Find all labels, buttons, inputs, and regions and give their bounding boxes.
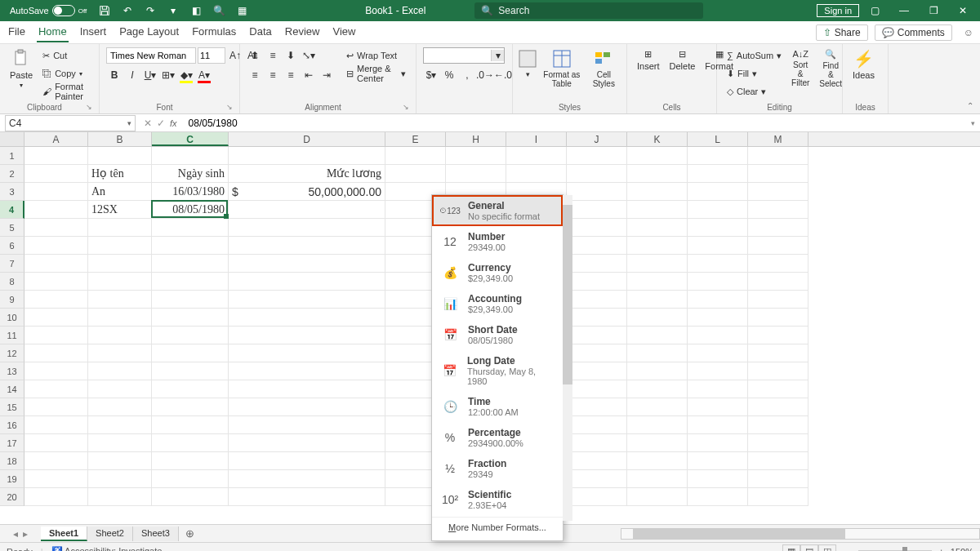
cell-A6[interactable] <box>24 237 88 255</box>
column-header-A[interactable]: A <box>24 132 88 146</box>
number-format-general[interactable]: ⏲123 GeneralNo specific format <box>432 195 563 226</box>
ribbon-display-icon[interactable]: ▢ <box>861 0 889 21</box>
percent-icon[interactable]: % <box>441 67 457 83</box>
cell-M16[interactable] <box>748 416 808 434</box>
cell-A14[interactable] <box>24 380 88 398</box>
currency-icon[interactable]: $▾ <box>423 67 439 83</box>
cell-D19[interactable] <box>229 470 385 488</box>
cell-J8[interactable] <box>567 273 627 291</box>
cell-A15[interactable] <box>24 398 88 416</box>
cell-M13[interactable] <box>748 362 808 380</box>
cell-B6[interactable] <box>88 237 152 255</box>
tab-home[interactable]: Home <box>37 22 69 42</box>
cell-C18[interactable] <box>152 452 229 470</box>
number-format-short-date[interactable]: 📅 Short Date08/05/1980 <box>432 319 563 350</box>
cell-J12[interactable] <box>567 344 627 362</box>
cell-L8[interactable] <box>688 273 748 291</box>
cell-C4[interactable]: 08/05/1980 <box>152 201 229 219</box>
font-name-select[interactable] <box>106 47 196 64</box>
copy-button[interactable]: ⿻Copy▾ <box>39 65 92 82</box>
qat-icon[interactable]: ▾ <box>163 1 183 20</box>
formula-input[interactable] <box>182 115 966 131</box>
row-header-19[interactable]: 19 <box>0 470 24 488</box>
cell-L11[interactable] <box>688 327 748 344</box>
orientation-icon[interactable]: ⤡▾ <box>301 47 317 64</box>
select-all-corner[interactable] <box>0 132 24 146</box>
cell-K7[interactable] <box>627 255 688 273</box>
cell-M19[interactable] <box>748 470 808 488</box>
cell-J5[interactable] <box>567 219 627 237</box>
cell-B19[interactable] <box>88 470 152 488</box>
cell-D9[interactable] <box>229 291 385 309</box>
tab-data[interactable]: Data <box>247 22 273 42</box>
format-painter-button[interactable]: 🖌Format Painter <box>39 83 92 100</box>
cell-C1[interactable] <box>152 147 229 165</box>
cell-B8[interactable] <box>88 273 152 291</box>
cell-K11[interactable] <box>627 327 688 344</box>
cell-C10[interactable] <box>152 309 229 327</box>
tab-insert[interactable]: Insert <box>78 22 109 42</box>
column-header-E[interactable]: E <box>385 132 446 146</box>
cell-A10[interactable] <box>24 309 88 327</box>
cell-L13[interactable] <box>688 362 748 380</box>
accessibility-status[interactable]: ♿ Accessibility: Investigate <box>51 546 163 551</box>
tab-page-layout[interactable]: Page Layout <box>118 22 180 42</box>
cell-J6[interactable] <box>567 237 627 255</box>
cell-K16[interactable] <box>627 416 688 434</box>
cell-K6[interactable] <box>627 237 688 255</box>
number-format-fraction[interactable]: ½ Fraction29349 <box>432 453 563 484</box>
cell-A13[interactable] <box>24 362 88 380</box>
cell-B15[interactable] <box>88 398 152 416</box>
cell-B13[interactable] <box>88 362 152 380</box>
cell-A8[interactable] <box>24 273 88 291</box>
column-header-L[interactable]: L <box>688 132 748 146</box>
cell-D13[interactable] <box>229 362 385 380</box>
autosum-button[interactable]: ∑AutoSum▾ <box>724 47 785 64</box>
cell-K19[interactable] <box>627 470 688 488</box>
cell-J1[interactable] <box>567 147 627 165</box>
cell-D20[interactable] <box>229 488 385 506</box>
cell-J13[interactable] <box>567 362 627 380</box>
clear-button[interactable]: ◇Clear▾ <box>724 83 785 100</box>
cell-L3[interactable] <box>688 183 748 201</box>
cell-C14[interactable] <box>152 380 229 398</box>
search-box[interactable]: 🔍 Search <box>474 2 703 19</box>
cell-K3[interactable] <box>627 183 688 201</box>
sheet-nav-next-icon[interactable]: ▸ <box>23 528 28 540</box>
more-number-formats[interactable]: More Number Formats... <box>432 517 563 537</box>
face-icon[interactable]: ☺ <box>964 27 973 38</box>
cell-D3[interactable]: $50,000,000.00 <box>229 183 385 201</box>
worksheet-grid[interactable]: ABCDEHIJKLM 1234567891011121314151617181… <box>0 132 980 524</box>
cell-B20[interactable] <box>88 488 152 506</box>
horizontal-scrollbar[interactable] <box>621 528 980 540</box>
cell-L5[interactable] <box>688 219 748 237</box>
cell-B11[interactable] <box>88 327 152 344</box>
align-right-icon[interactable]: ≡ <box>283 67 299 83</box>
cell-J19[interactable] <box>567 470 627 488</box>
cell-D2[interactable]: Mức lương <box>229 165 385 183</box>
number-format-long-date[interactable]: 📅 Long DateThursday, May 8, 1980 <box>432 350 563 391</box>
cell-D17[interactable] <box>229 434 385 452</box>
cell-D5[interactable] <box>229 219 385 237</box>
cell-B18[interactable] <box>88 452 152 470</box>
cell-L17[interactable] <box>688 434 748 452</box>
cell-A11[interactable] <box>24 327 88 344</box>
underline-button[interactable]: U▾ <box>142 67 158 83</box>
cell-L16[interactable] <box>688 416 748 434</box>
cell-C19[interactable] <box>152 470 229 488</box>
cell-A9[interactable] <box>24 291 88 309</box>
cell-L7[interactable] <box>688 255 748 273</box>
cell-D8[interactable] <box>229 273 385 291</box>
zoom-level[interactable]: 150% <box>951 547 973 552</box>
zoom-in-icon[interactable]: + <box>938 547 943 552</box>
cell-C2[interactable]: Ngày sinh <box>152 165 229 183</box>
cell-M3[interactable] <box>748 183 808 201</box>
name-box[interactable]: C4▾ <box>5 115 136 131</box>
cell-C6[interactable] <box>152 237 229 255</box>
cell-M4[interactable] <box>748 201 808 219</box>
qat-icon-4[interactable]: ▦ <box>232 1 252 20</box>
autosave-toggle[interactable]: AutoSave Off <box>5 3 91 18</box>
number-format-time[interactable]: 🕒 Time12:00:00 AM <box>432 391 563 422</box>
column-header-I[interactable]: I <box>506 132 567 146</box>
cell-A17[interactable] <box>24 434 88 452</box>
